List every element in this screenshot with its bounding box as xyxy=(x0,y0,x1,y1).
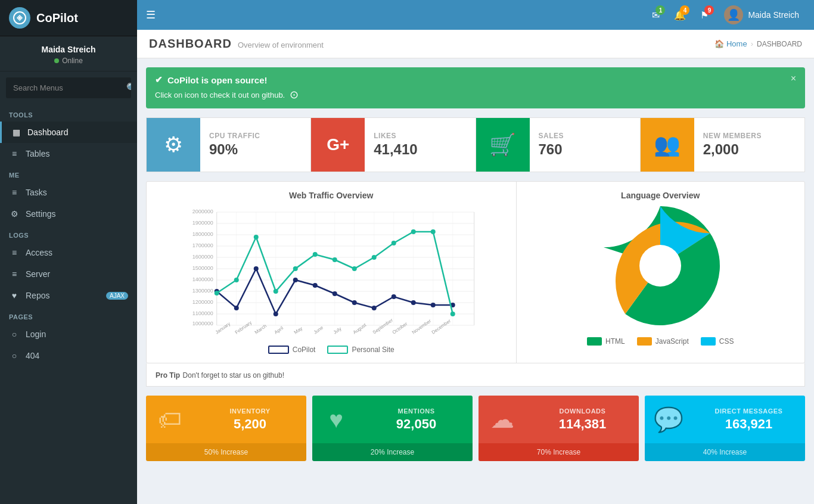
svg-point-54 xyxy=(274,289,278,294)
web-traffic-legend: CoPilot Personal Site xyxy=(156,346,507,354)
breadcrumb-separator: › xyxy=(751,39,753,48)
svg-point-63 xyxy=(451,312,455,316)
sidebar-item-settings[interactable]: ⚙ Settings xyxy=(0,203,137,225)
svg-point-49 xyxy=(431,303,436,307)
web-traffic-chart: Web Traffic Overview 2000000 1900000 180… xyxy=(147,182,516,363)
inventory-footer: 50% Increase xyxy=(146,443,306,461)
topbar-username: Maida Streich xyxy=(748,10,799,20)
bottom-card-messages: 💬 DIRECT MESSAGES 163,921 40% Increase xyxy=(645,396,805,461)
app-logo xyxy=(9,7,30,29)
likes-label: LIKES xyxy=(374,132,417,140)
sidebar-item-404[interactable]: ○ 404 xyxy=(0,345,137,366)
flag-button[interactable]: ⚑ 9 xyxy=(694,4,715,26)
svg-point-59 xyxy=(372,255,377,260)
sidebar-user-status: Online xyxy=(9,57,128,65)
sidebar-search-box[interactable]: 🔍 xyxy=(6,77,131,98)
stat-cards: ⚙ CPU TRAFFIC 90% G+ LIKES 41,410 🛒 SALE… xyxy=(146,117,805,172)
members-label: NEW MEMBERS xyxy=(703,132,762,140)
sidebar-item-server[interactable]: ≡ Server xyxy=(0,263,137,285)
access-icon: ≡ xyxy=(9,248,20,257)
svg-point-47 xyxy=(392,294,396,299)
tables-icon: ≡ xyxy=(9,149,20,158)
legend-js-box xyxy=(637,337,652,346)
svg-point-40 xyxy=(254,266,259,271)
likes-icon: G+ xyxy=(311,118,365,172)
sidebar-item-tables[interactable]: ≡ Tables xyxy=(0,143,137,164)
github-icon[interactable]: ⊙ xyxy=(290,88,299,101)
svg-text:1700000: 1700000 xyxy=(192,242,213,248)
mail-button[interactable]: ✉ 1 xyxy=(645,4,666,26)
messages-footer: 40% Increase xyxy=(645,443,805,461)
language-legend: HTML JavaScript CSS xyxy=(526,337,796,346)
downloads-value: 114,381 xyxy=(535,416,630,432)
breadcrumb-home[interactable]: 🏠 Home xyxy=(714,39,747,48)
sidebar-item-repos[interactable]: ♥ Repos AJAX xyxy=(0,285,137,306)
downloads-footer: 70% Increase xyxy=(479,443,639,461)
pro-tip-section: Pro Tip Don't forget to star us on githu… xyxy=(146,363,805,387)
svg-point-55 xyxy=(293,266,298,271)
sidebar-user-section: Maida Streich Online xyxy=(0,36,137,71)
avatar: 👤 xyxy=(724,5,743,24)
svg-text:1900000: 1900000 xyxy=(192,220,213,226)
search-input[interactable] xyxy=(6,79,120,97)
sidebar-item-tasks[interactable]: ≡ Tasks xyxy=(0,182,137,203)
topbar-user[interactable]: 👤 Maida Streich xyxy=(718,5,805,24)
svg-text:June: June xyxy=(313,325,325,335)
svg-point-1 xyxy=(18,17,21,19)
menu-toggle-icon[interactable]: ☰ xyxy=(146,8,156,21)
svg-point-52 xyxy=(234,278,239,282)
svg-text:1100000: 1100000 xyxy=(192,310,213,316)
page-title-area: DASHBOARD Overview of environment xyxy=(149,37,324,51)
dashboard-icon: ▦ xyxy=(11,127,21,137)
sidebar-item-dashboard[interactable]: ▦ Dashboard xyxy=(0,122,137,143)
alert-text: Click on icon to check it out on github.… xyxy=(155,88,796,101)
members-value: 2,000 xyxy=(703,141,762,158)
svg-point-43 xyxy=(313,283,318,288)
notifications-button[interactable]: 🔔 4 xyxy=(669,4,691,26)
sidebar-header: CoPilot xyxy=(0,0,137,36)
members-icon: 👥 xyxy=(641,118,694,172)
sidebar-item-label: Tasks xyxy=(26,188,47,197)
sidebar-item-login[interactable]: ○ Login xyxy=(0,323,137,345)
svg-point-46 xyxy=(372,306,377,310)
stat-card-likes: G+ LIKES 41,410 xyxy=(311,117,476,172)
legend-copilot-box xyxy=(268,346,289,354)
alert-title: ✔ CoPilot is open source! xyxy=(155,74,796,85)
web-traffic-svg: 2000000 1900000 1800000 1700000 1600000 … xyxy=(156,206,507,337)
search-icon[interactable]: 🔍 xyxy=(120,77,131,98)
svg-text:July: July xyxy=(333,326,343,335)
sidebar-item-label: Access xyxy=(26,248,52,257)
topbar-icons: ✉ 1 🔔 4 ⚑ 9 👤 Maida Streich xyxy=(645,4,805,26)
alert-close-button[interactable]: × xyxy=(791,73,796,84)
stat-card-members: 👥 NEW MEMBERS 2,000 xyxy=(641,117,805,172)
svg-text:April: April xyxy=(274,325,284,335)
page-subtitle: Overview of environment xyxy=(238,41,324,49)
svg-point-62 xyxy=(431,229,436,234)
svg-text:December: December xyxy=(431,318,452,335)
legend-css: CSS xyxy=(701,337,734,346)
bottom-card-mentions: ♥ MENTIONS 92,050 20% Increase xyxy=(312,396,473,461)
messages-icon: 💬 xyxy=(645,396,692,443)
mentions-icon: ♥ xyxy=(312,396,360,443)
svg-text:2000000: 2000000 xyxy=(192,209,213,214)
section-label-tools: TOOLS xyxy=(0,104,137,122)
svg-text:November: November xyxy=(411,318,433,335)
sidebar-item-access[interactable]: ≡ Access xyxy=(0,242,137,263)
page-content: DASHBOARD Overview of environment 🏠 Home… xyxy=(137,30,814,504)
legend-copilot: CoPilot xyxy=(268,346,316,354)
section-label-me: ME xyxy=(0,164,137,182)
breadcrumb-current: DASHBOARD xyxy=(757,40,802,48)
svg-text:May: May xyxy=(293,326,304,335)
svg-point-76 xyxy=(639,245,681,287)
sidebar-username: Maida Streich xyxy=(9,45,128,54)
cpu-icon: ⚙ xyxy=(147,118,200,172)
svg-point-61 xyxy=(411,229,416,234)
svg-point-53 xyxy=(254,235,259,239)
settings-icon: ⚙ xyxy=(9,209,20,219)
legend-html: HTML xyxy=(587,337,625,346)
alert-banner: ✔ CoPilot is open source! Click on icon … xyxy=(146,67,805,108)
tasks-icon: ≡ xyxy=(9,188,20,197)
svg-text:October: October xyxy=(392,321,409,335)
web-traffic-title: Web Traffic Overview xyxy=(156,191,507,200)
svg-point-57 xyxy=(333,257,337,262)
